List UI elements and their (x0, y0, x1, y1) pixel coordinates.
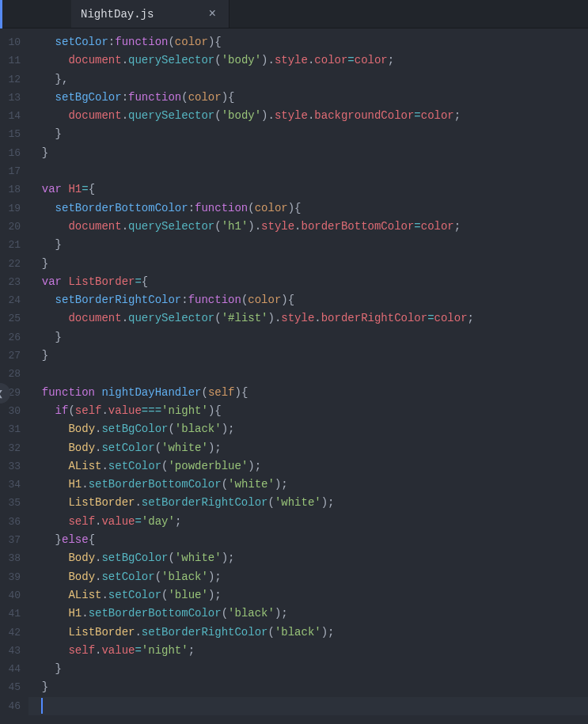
code-line[interactable]: } (28, 255, 588, 273)
tab-nightday[interactable]: NightDay.js × (71, 0, 230, 28)
code-line[interactable]: } (28, 144, 588, 162)
token: } (55, 127, 62, 140)
code-line[interactable]: AList.setColor('powderblue'); (28, 457, 588, 476)
token: = (135, 644, 141, 657)
token (28, 533, 55, 546)
token: ). (267, 312, 281, 324)
code-line[interactable]: ListBorder.setBorderRightColor('white'); (28, 494, 588, 512)
token: = (427, 312, 434, 324)
token (28, 36, 55, 48)
token: 'body' (222, 54, 261, 66)
token: ){ (234, 386, 248, 399)
token: } (42, 349, 48, 362)
code-area[interactable]: setColor:function(color){ document.query… (28, 28, 588, 724)
token: 'night' (142, 644, 188, 657)
code-line[interactable]: setColor:function(color){ (28, 33, 588, 51)
code-line[interactable]: } (28, 328, 588, 347)
token: setBgColor (101, 423, 168, 435)
code-line[interactable]: if(self.value==='night'){ (28, 402, 588, 420)
code-line[interactable]: var ListBorder={ (28, 273, 588, 291)
code-line[interactable] (28, 365, 588, 383)
line-number: 40 (0, 586, 21, 605)
line-number: 17 (0, 162, 21, 180)
token: : (108, 36, 115, 48)
token: = (82, 183, 88, 195)
token: setBorderBottomColor (55, 202, 188, 214)
token: Body (68, 552, 95, 564)
token: ){ (222, 91, 235, 104)
token: ; (468, 312, 474, 324)
code-line[interactable]: AList.setColor('blue'); (28, 586, 588, 605)
code-line[interactable]: self.value='night'; (28, 642, 588, 660)
token (28, 294, 55, 306)
token (28, 109, 68, 122)
token: ){ (208, 36, 222, 48)
code-line[interactable]: } (28, 236, 588, 254)
code-line[interactable]: setBgColor:function(color){ (28, 89, 588, 107)
editor-area[interactable]: ❮ 10111213141516171819202122232425262728… (0, 28, 588, 724)
code-line[interactable] (28, 162, 588, 180)
token: setBorderRightColor (55, 294, 182, 306)
code-line[interactable]: document.querySelector('#list').style.bo… (28, 309, 588, 328)
token: borderRightColor (321, 312, 427, 324)
token: setBorderRightColor (142, 626, 268, 639)
code-line[interactable]: Body.setBgColor('white'); (28, 549, 588, 567)
token (28, 589, 68, 601)
token: : (188, 202, 195, 214)
token: setBgColor (101, 552, 168, 564)
token (28, 220, 68, 233)
token: . (82, 607, 88, 620)
token: value (101, 644, 135, 657)
token: Body (68, 570, 95, 583)
tab-spacer (0, 0, 71, 28)
token: = (347, 54, 354, 66)
code-line[interactable]: document.querySelector('h1').style.borde… (28, 218, 588, 236)
token: ( (214, 220, 221, 233)
token: 'white' (228, 478, 275, 491)
code-line[interactable]: }, (28, 70, 588, 89)
code-line[interactable]: document.querySelector('body').style.bac… (28, 107, 588, 125)
code-line[interactable]: }else{ (28, 531, 588, 549)
code-line[interactable]: } (28, 125, 588, 143)
token (28, 275, 42, 288)
token (28, 460, 68, 472)
token: ); (248, 460, 261, 472)
tab-bar: NightDay.js × (0, 0, 588, 28)
code-line[interactable] (28, 697, 588, 715)
active-tab-indicator (0, 0, 2, 28)
code-line[interactable]: Body.setBgColor('black'); (28, 420, 588, 438)
token: ( (155, 570, 161, 583)
token: } (42, 146, 48, 159)
code-line[interactable]: self.value='day'; (28, 513, 588, 531)
token: = (414, 109, 420, 122)
token: ); (208, 589, 222, 601)
token (28, 202, 55, 214)
token: nightDayHandler (101, 386, 201, 399)
token: value (108, 404, 142, 417)
token: . (82, 478, 88, 491)
line-number: 15 (0, 125, 21, 143)
code-line[interactable]: var H1={ (28, 180, 588, 199)
token: else (62, 533, 89, 546)
token: color (255, 202, 288, 214)
close-icon[interactable]: × (205, 7, 219, 21)
line-number: 11 (0, 51, 21, 70)
token (28, 680, 42, 693)
code-line[interactable]: H1.setBorderBottomColor('black'); (28, 605, 588, 623)
token: ( (222, 607, 228, 620)
line-number: 25 (0, 309, 21, 328)
code-line[interactable]: function nightDayHandler(self){ (28, 384, 588, 402)
code-line[interactable]: ListBorder.setBorderRightColor('black'); (28, 624, 588, 642)
code-line[interactable]: } (28, 660, 588, 678)
code-line[interactable]: Body.setColor('black'); (28, 568, 588, 586)
code-line[interactable]: setBorderBottomColor:function(color){ (28, 199, 588, 218)
code-line[interactable]: document.querySelector('body').style.col… (28, 51, 588, 70)
code-line[interactable]: } (28, 347, 588, 365)
token: color (421, 220, 454, 233)
code-line[interactable]: setBorderRightColor:function(color){ (28, 291, 588, 309)
code-line[interactable]: } (28, 678, 588, 696)
code-line[interactable]: H1.setBorderBottomColor('white'); (28, 476, 588, 494)
token: { (89, 533, 95, 546)
code-line[interactable]: Body.setColor('white'); (28, 439, 588, 457)
token: ; (454, 220, 461, 233)
